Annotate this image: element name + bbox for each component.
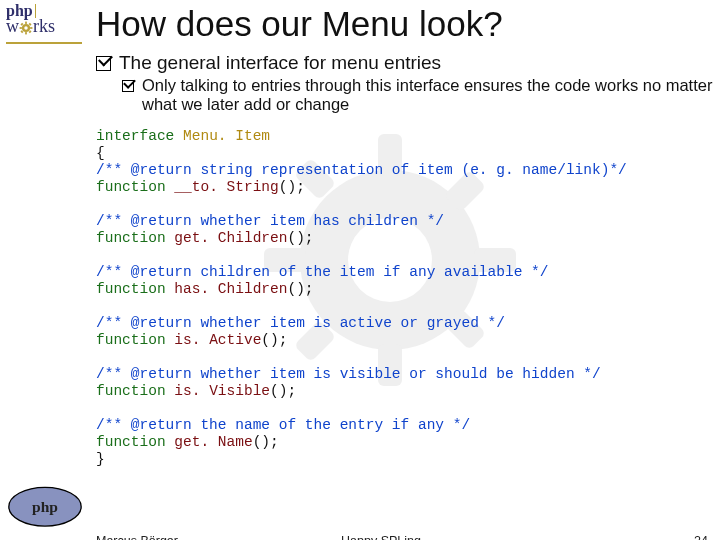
svg-rect-15 (20, 23, 23, 26)
slide-title: How does our Menu look? (96, 4, 714, 44)
php-elephant-logo-icon: php (6, 486, 84, 528)
svg-point-19 (24, 26, 28, 30)
phpworks-logo: php wrks (6, 4, 84, 44)
svg-rect-12 (25, 32, 27, 34)
logo-text-rks: rks (33, 16, 55, 36)
svg-text:php: php (32, 498, 58, 515)
svg-rect-13 (20, 27, 22, 29)
svg-rect-18 (20, 30, 23, 33)
logo-text-w: w (6, 16, 19, 36)
bullet-text: The general interface for menu entries (119, 52, 441, 74)
gear-o-icon (19, 19, 33, 40)
footer-author: Marcus Börger (96, 534, 178, 540)
code-block: interface Menu. Item { /** @return strin… (96, 128, 714, 468)
bullet-level-2: Only talking to entries through this int… (122, 76, 714, 114)
footer-title: Happy SPLing (341, 534, 421, 540)
svg-rect-11 (25, 22, 27, 24)
sidebar: php wrks php (0, 0, 88, 540)
slide-content: How does our Menu look? The general inte… (96, 0, 714, 540)
svg-rect-16 (29, 30, 32, 33)
svg-rect-17 (29, 23, 32, 26)
checkbox-icon (96, 56, 111, 71)
checkbox-icon (122, 80, 134, 92)
subbullet-text: Only talking to entries through this int… (142, 76, 714, 114)
bullet-level-1: The general interface for menu entries (96, 52, 714, 74)
footer-page-number: 24 (694, 534, 708, 540)
